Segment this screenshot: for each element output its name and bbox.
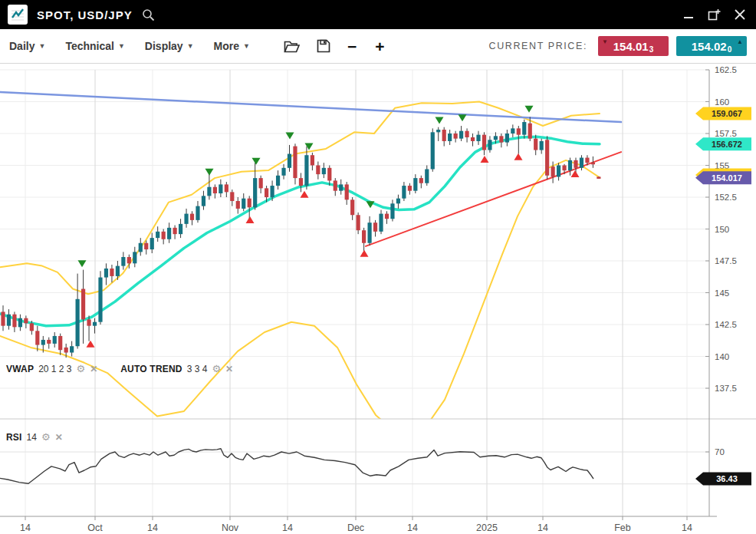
candle (494, 136, 498, 140)
candle (30, 323, 34, 331)
candle (150, 238, 154, 249)
autotrend-remove-icon[interactable]: ✕ (225, 364, 233, 374)
candle (98, 278, 102, 322)
candle (288, 154, 291, 168)
candle (230, 192, 234, 201)
candle (167, 228, 171, 239)
sell-signal-icon (286, 132, 294, 139)
candle (190, 214, 194, 220)
timeframe-menu[interactable]: Daily▼ (9, 40, 45, 52)
candle (41, 340, 45, 345)
display-menu[interactable]: Display▼ (145, 40, 194, 52)
candle (24, 318, 28, 324)
zoom-in-button[interactable]: + (375, 38, 384, 54)
candle (425, 169, 429, 183)
rsi-indicator-legend: RSI 14 ⚙ ✕ (6, 431, 63, 443)
technical-menu[interactable]: Technical▼ (65, 40, 124, 52)
candle (367, 222, 371, 243)
candle (436, 130, 440, 132)
candle (173, 228, 177, 234)
candle (534, 139, 537, 150)
popout-window-button[interactable] (708, 8, 721, 21)
svg-text:137.5: 137.5 (715, 384, 737, 393)
candle (202, 196, 205, 206)
svg-text:142.5: 142.5 (715, 320, 737, 329)
candle (58, 336, 62, 350)
candle (459, 131, 463, 139)
candle (47, 340, 51, 344)
candle (253, 178, 257, 207)
svg-text:Oct: Oct (87, 522, 103, 533)
chart-toolbar: Daily▼ Technical▼ Display▼ More▼ − + CUR… (0, 29, 756, 64)
price-axis-labels: 162.5160157.5155152.5150147.5145142.5140… (705, 65, 737, 457)
candle (419, 178, 423, 183)
minimize-button[interactable] (683, 9, 694, 20)
svg-text:Feb: Feb (614, 522, 631, 533)
candle (225, 184, 228, 192)
candle (121, 257, 125, 266)
bid-price-button[interactable]: ▼ 154.013 (598, 36, 669, 56)
autotrend-legend-name: AUTO TREND (120, 364, 182, 374)
candle (270, 186, 274, 197)
more-menu[interactable]: More▼ (214, 40, 250, 52)
candle (293, 147, 297, 179)
candle (357, 215, 360, 230)
ask-pip-digit: 0 (728, 45, 732, 54)
buy-signal-icon (246, 216, 255, 223)
candle (408, 186, 412, 191)
candle (373, 222, 377, 232)
candle (81, 289, 85, 320)
candle (1, 312, 5, 325)
candle (528, 124, 532, 139)
candle (311, 155, 314, 165)
price-up-arrow-icon: ▲ (737, 38, 743, 45)
chart-area[interactable]: 162.5160157.5155152.5150147.5145142.5140… (0, 64, 756, 534)
candle (385, 214, 389, 219)
candle (442, 130, 446, 141)
price-down-arrow-icon: ▼ (602, 38, 608, 45)
candle (207, 187, 211, 196)
candle (76, 299, 80, 346)
price-tag-159.067: 159.067 (695, 107, 751, 120)
chevron-down-icon: ▼ (243, 42, 250, 50)
candle (591, 163, 595, 165)
open-folder-icon[interactable] (284, 40, 300, 53)
svg-text:156.672: 156.672 (712, 140, 742, 149)
candle (35, 331, 39, 344)
candle (448, 134, 452, 141)
candle (133, 252, 136, 263)
candle (574, 160, 577, 168)
svg-text:160: 160 (715, 97, 729, 107)
candle (379, 214, 383, 232)
candle (265, 188, 268, 197)
svg-text:70: 70 (715, 447, 725, 457)
time-axis-labels: 14Oct14Nov14Dec14202514Feb14 (20, 516, 692, 533)
autotrend-settings-gear-icon[interactable]: ⚙ (212, 363, 221, 374)
save-icon[interactable] (317, 39, 330, 53)
buy-signal-icon (571, 170, 580, 177)
svg-text:150: 150 (715, 225, 729, 234)
chart-canvas[interactable]: 162.5160157.5155152.5150147.5145142.5140… (0, 64, 756, 534)
ask-price-value: 154.02 (692, 40, 727, 53)
buy-signal-icon (514, 153, 523, 160)
rsi-settings-gear-icon[interactable]: ⚙ (41, 431, 51, 443)
sell-signal-icon (436, 117, 444, 124)
candle (482, 135, 486, 150)
svg-text:36.43: 36.43 (716, 474, 738, 483)
vwap-remove-icon[interactable]: ✕ (90, 364, 97, 374)
candle (104, 269, 108, 278)
grid (0, 70, 709, 516)
ask-price-button[interactable]: 154.020 ▲ (676, 36, 747, 56)
svg-text:162.5: 162.5 (715, 65, 737, 74)
candle (551, 166, 555, 176)
candle (334, 180, 337, 190)
price-tag-154.017: 154.017 (695, 171, 751, 184)
vwap-legend-params: 20 1 2 3 (38, 364, 71, 374)
search-icon[interactable] (142, 8, 155, 21)
rsi-remove-icon[interactable]: ✕ (55, 432, 63, 443)
zoom-out-button[interactable]: − (347, 38, 357, 54)
close-button[interactable] (735, 9, 745, 20)
band-lower-line (0, 160, 600, 436)
vwap-settings-gear-icon[interactable]: ⚙ (77, 363, 86, 374)
svg-text:154.017: 154.017 (712, 173, 742, 183)
